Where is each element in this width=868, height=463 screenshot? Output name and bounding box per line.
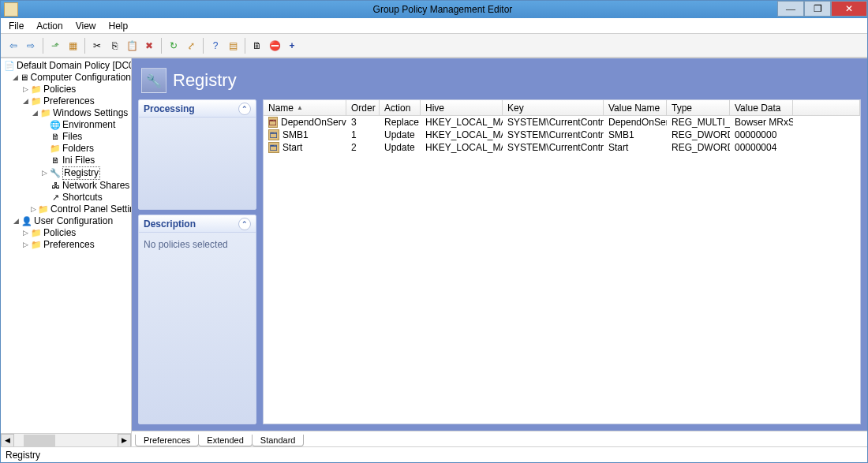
menu-view[interactable]: View — [69, 19, 103, 33]
body: 📄 Default Domain Policy [DC02.C… ◢ 🖥 Com… — [1, 58, 867, 446]
refresh-button[interactable]: ↻ — [166, 38, 181, 54]
console-tree[interactable]: 📄 Default Domain Policy [DC02.C… ◢ 🖥 Com… — [1, 58, 131, 433]
column-spacer — [793, 100, 860, 115]
copy-button[interactable]: ⎘ — [107, 38, 122, 54]
tab-standard[interactable]: Standard — [252, 435, 305, 446]
tree-environment[interactable]: 🌐Environment — [40, 119, 131, 131]
tree-user-configuration[interactable]: ◢ 👤 User Configuration — [12, 215, 131, 227]
add-button[interactable]: + — [284, 38, 300, 54]
forward-button[interactable]: ⇨ — [23, 38, 39, 54]
cell-name: Start — [282, 142, 302, 153]
column-name[interactable]: Name▲ — [264, 100, 346, 115]
column-hive[interactable]: Hive — [421, 100, 503, 115]
tree-ini-files[interactable]: 🗎Ini Files — [40, 155, 131, 166]
tree-preferences[interactable]: ◢ 📁 Preferences — [21, 95, 131, 107]
document-icon: 🗎 — [253, 40, 262, 51]
description-header[interactable]: Description ⌃ — [139, 215, 256, 233]
registry-list: Name▲ Order Action Hive Key Value Name T… — [263, 99, 861, 424]
scroll-right-button[interactable]: ▶ — [118, 434, 131, 447]
scroll-thumb[interactable] — [24, 435, 55, 446]
menu-action[interactable]: Action — [30, 19, 69, 33]
expand-icon[interactable]: ▷ — [40, 170, 48, 177]
window-title: Group Policy Management Editor — [18, 4, 867, 15]
expand-icon[interactable]: ▷ — [21, 241, 29, 249]
menu-file[interactable]: File — [2, 19, 30, 33]
tree-shortcuts[interactable]: ↗Shortcuts — [40, 192, 131, 203]
tree-computer-configuration[interactable]: ◢ 🖥 Computer Configuration — [12, 72, 131, 84]
tree-icon: ▦ — [69, 40, 77, 51]
help-button[interactable]: ? — [208, 38, 223, 54]
column-value-name[interactable]: Value Name — [604, 100, 667, 115]
column-action[interactable]: Action — [380, 100, 421, 115]
description-text: No policies selected — [144, 239, 228, 250]
column-key[interactable]: Key — [503, 100, 604, 115]
chevron-up-icon[interactable]: ⌃ — [238, 103, 251, 115]
tree-control-panel-settings[interactable]: ▷ 📁 Control Panel Settings — [31, 203, 131, 215]
scroll-left-button[interactable]: ◀ — [1, 434, 14, 447]
tab-extended[interactable]: Extended — [198, 435, 252, 446]
shortcut-icon: ↗ — [50, 192, 61, 203]
collapse-icon[interactable]: ◢ — [21, 98, 29, 106]
delete-button[interactable]: ✖ — [141, 38, 157, 54]
list-row[interactable]: 🗔DependOnService3ReplaceHKEY_LOCAL_MAC..… — [264, 116, 860, 129]
processing-panel: Processing ⌃ — [138, 99, 256, 210]
minimize-button[interactable]: — — [777, 1, 804, 17]
menu-help[interactable]: Help — [103, 19, 135, 33]
tree-label: Ini Files — [62, 155, 95, 166]
collapse-icon[interactable]: ◢ — [12, 74, 18, 82]
document-button[interactable]: 🗎 — [249, 38, 265, 54]
close-button[interactable]: ✕ — [831, 1, 867, 17]
environment-icon: 🌐 — [50, 120, 61, 131]
computer-icon: 🖥 — [20, 73, 28, 84]
column-label: Hive — [425, 103, 444, 114]
collapse-icon[interactable]: ◢ — [31, 110, 39, 118]
collapse-icon[interactable]: ◢ — [12, 218, 20, 226]
paste-button[interactable]: 📋 — [124, 38, 140, 54]
column-type[interactable]: Type — [667, 100, 730, 115]
stop-button[interactable]: ⛔ — [267, 38, 282, 54]
cut-button[interactable]: ✂ — [89, 38, 105, 54]
column-order[interactable]: Order — [346, 100, 380, 115]
tree-user-preferences[interactable]: ▷📁Preferences — [21, 239, 131, 251]
arrow-right-icon: ⇨ — [27, 40, 35, 51]
list-row[interactable]: 🗔Start2UpdateHKEY_LOCAL_MAC...SYSTEM\Cur… — [264, 141, 860, 154]
separator-icon — [84, 38, 85, 54]
tree-horizontal-scrollbar[interactable]: ◀ ▶ — [1, 433, 131, 446]
help-icon: ? — [213, 40, 219, 51]
processing-header[interactable]: Processing ⌃ — [139, 100, 256, 118]
cell-order: 3 — [346, 117, 380, 128]
tree-files[interactable]: 🗎Files — [40, 131, 131, 143]
up-button[interactable]: ⬏ — [47, 38, 63, 54]
tab-preferences[interactable]: Preferences — [135, 435, 199, 446]
processing-body — [139, 118, 256, 209]
chevron-up-icon[interactable]: ⌃ — [238, 218, 251, 230]
panel-title: Description — [144, 218, 196, 230]
expand-icon[interactable]: ▷ — [31, 206, 36, 214]
tree-user-policies[interactable]: ▷📁Policies — [21, 227, 131, 239]
tree-registry[interactable]: ▷🔧Registry — [40, 166, 131, 180]
tree-label: Files — [62, 131, 82, 143]
list-row[interactable]: 🗔SMB11UpdateHKEY_LOCAL_MAC...SYSTEM\Curr… — [264, 129, 860, 141]
view-tabs: Preferences Extended Standard — [132, 431, 867, 446]
export-button[interactable]: ⤤ — [183, 38, 199, 54]
tree-network-shares[interactable]: 🖧Network Shares — [40, 180, 131, 192]
cell-key: SYSTEM\CurrentControlS... — [503, 129, 604, 140]
separator-icon — [203, 38, 204, 54]
tree-root[interactable]: 📄 Default Domain Policy [DC02.C… — [2, 60, 131, 72]
show-hide-tree-button[interactable]: ▦ — [65, 38, 80, 54]
back-button[interactable]: ⇦ — [6, 38, 21, 54]
column-value-data[interactable]: Value Data — [730, 100, 793, 115]
properties-button[interactable]: ▤ — [225, 38, 241, 54]
cell-hive: HKEY_LOCAL_MAC... — [421, 117, 503, 128]
cell-value-name: Start — [604, 142, 667, 153]
expand-icon[interactable]: ▷ — [21, 230, 29, 237]
expand-icon[interactable]: ▷ — [21, 86, 29, 94]
folder-icon: 📁 — [38, 204, 49, 215]
list-body[interactable]: 🗔DependOnService3ReplaceHKEY_LOCAL_MAC..… — [264, 116, 860, 424]
maximize-button[interactable]: ❐ — [804, 1, 831, 17]
tree-folders[interactable]: 📁Folders — [40, 143, 131, 155]
scroll-track[interactable] — [14, 435, 118, 446]
tree-windows-settings[interactable]: ◢ 📁 Windows Settings — [31, 107, 131, 119]
status-text: Registry — [6, 450, 40, 461]
tree-policies[interactable]: ▷ 📁 Policies — [21, 84, 131, 95]
